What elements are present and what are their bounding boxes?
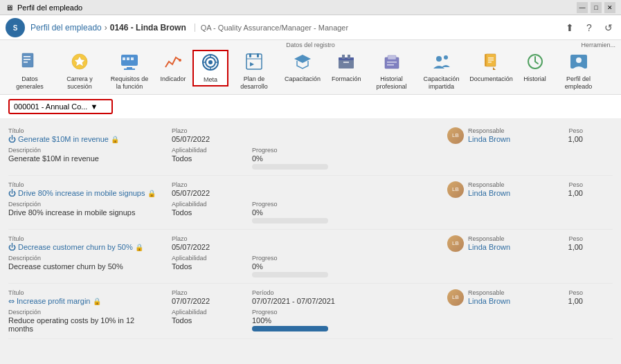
goal-4-desc-col: Descripción Reduce operating costs by 10… <box>8 309 161 333</box>
goal-3-responsible-name[interactable]: Linda Brown <box>468 243 510 251</box>
toolbar-label-historial-prof: Historial profesional <box>372 75 411 91</box>
goal-2-responsible-label: Responsable <box>468 181 510 188</box>
maximize-button[interactable]: □ <box>591 2 602 13</box>
goal-2-progress-value: 0% <box>252 208 342 217</box>
toolbar-item-requisitos[interactable]: Requisitos de la función <box>105 50 154 93</box>
goal-3-progress-desc-col: Progreso 0% <box>252 255 342 277</box>
toolbar-item-formacion[interactable]: Formación <box>327 50 366 85</box>
svg-rect-12 <box>127 67 132 69</box>
goal-2-date-value: 05/07/2022 <box>172 189 241 197</box>
historial-icon <box>525 52 545 74</box>
svg-rect-34 <box>388 55 396 60</box>
goal-4-progress-bar <box>252 326 328 331</box>
goal-3-weight-value: 1,00 <box>548 243 583 251</box>
toolbar-item-historial[interactable]: Historial <box>517 50 553 85</box>
goal-3-responsible-info: Responsable Linda Brown <box>468 235 510 251</box>
goal-3-weight-col: Peso 1,00 <box>548 235 583 251</box>
goal-2-date-col: Plazo 05/07/2022 <box>172 181 241 197</box>
indicador-icon <box>163 52 183 74</box>
goal-4-title-label: Título <box>8 289 161 296</box>
goal-2-responsible-name[interactable]: Linda Brown <box>468 189 510 197</box>
goal-4-exchange-icon: ⇔ <box>8 297 15 305</box>
svg-rect-2 <box>22 53 33 67</box>
breadcrumb-parent[interactable]: Perfil del empleado <box>30 23 102 33</box>
svg-rect-4 <box>24 59 30 60</box>
goal-2-responsible-info: Responsable Linda Brown <box>468 181 510 197</box>
goal-1-desc-col: Descripción Generate $10M in revenue <box>8 147 161 170</box>
goal-4-desc-label: Descripción <box>8 309 161 316</box>
goal-3-progress-value: 0% <box>252 262 342 271</box>
goal-1-weight-value: 1,00 <box>548 135 583 143</box>
window-controls[interactable]: — □ ✕ <box>577 2 615 13</box>
toolbar-item-historial-prof[interactable]: Historial profesional <box>368 50 416 93</box>
goal-4-title-value[interactable]: ⇔ Increase profit margin 🔒 <box>8 297 161 306</box>
toolbar-item-plan[interactable]: ▶ Plan de desarrollo <box>230 50 278 93</box>
goal-1-title-value[interactable]: ⏻ Generate $10M in revenue 🔒 <box>8 135 161 143</box>
toolbar-item-cap-impartida[interactable]: Capacitación impartida <box>417 50 466 93</box>
goal-4-weight-label: Peso <box>548 289 583 296</box>
toolbar-item-carrera[interactable]: Carrera y sucesión <box>55 50 104 93</box>
goal-block-3: Título ⏻ Decrease customer churn by 50% … <box>8 230 613 284</box>
goal-4-progress-fill <box>252 326 328 331</box>
goal-4-desc-value: Reduce operating costs by 10% in 12 mont… <box>8 316 161 333</box>
goal-1-progress-desc-col: Progreso 0% <box>252 147 342 170</box>
goal-3-title-label: Título <box>8 235 161 242</box>
goal-3-progress-bar <box>252 272 328 277</box>
formacion-icon <box>336 52 356 74</box>
breadcrumb-current: 0146 - Linda Brown <box>110 23 186 33</box>
goal-1-title-col: Título ⏻ Generate $10M in revenue 🔒 <box>8 127 161 143</box>
toolbar-item-documentacion[interactable]: Documentación <box>467 50 516 85</box>
toolbar-label-meta: Meta <box>204 76 217 84</box>
selector-value: 000001 - Annual Co... <box>14 102 87 111</box>
svg-rect-43 <box>488 62 492 63</box>
goal-3-desc-label: Descripción <box>8 255 161 262</box>
goal-3-title-value[interactable]: ⏻ Decrease customer churn by 50% 🔒 <box>8 243 161 251</box>
goal-2-progress-desc-col: Progreso 0% <box>252 201 342 224</box>
goal-4-period-col: Período 07/07/2021 - 07/07/2021 <box>252 289 335 305</box>
goal-4-avatar: LB <box>447 289 464 306</box>
toolbar-label-documentacion: Documentación <box>469 75 513 83</box>
toolbar-item-meta[interactable]: Meta <box>192 50 228 87</box>
goal-4-title-col: Título ⇔ Increase profit margin 🔒 <box>8 289 161 306</box>
toolbar-row: Datos generales Carrera y sucesión Requi… <box>6 50 615 93</box>
goal-1-progress-value: 0% <box>252 154 342 163</box>
goal-1-responsible-name[interactable]: Linda Brown <box>468 135 510 143</box>
goal-1-power-icon: ⏻ <box>8 135 16 143</box>
goal-3-weight-label: Peso <box>548 235 583 242</box>
goal-2-title-value[interactable]: ⏻ Drive 80% increase in mobile signups 🔒 <box>8 189 161 197</box>
period-selector[interactable]: 000001 - Annual Co... ▼ <box>8 99 113 114</box>
goal-row-1-top: Título ⏻ Generate $10M in revenue 🔒 Plaz… <box>8 127 613 144</box>
goal-4-period-label: Período <box>252 289 335 296</box>
goal-3-date-label: Plazo <box>172 235 241 242</box>
toolbar-item-indicador[interactable]: Indicador <box>155 50 191 85</box>
collapse-button[interactable]: ⬆ <box>563 21 577 35</box>
toolbar-label-perfil: Perfil del empleado <box>559 75 598 91</box>
help-button[interactable]: ? <box>582 21 596 35</box>
goal-3-responsible-col: LB Responsable Linda Brown <box>447 235 537 252</box>
goal-block-2: Título ⏻ Drive 80% increase in mobile si… <box>8 176 613 230</box>
close-button[interactable]: ✕ <box>604 2 615 13</box>
goal-4-applicability-value: Todos <box>172 316 241 325</box>
toolbar-item-capacitacion[interactable]: Capacitación <box>280 50 325 85</box>
svg-point-47 <box>576 57 582 63</box>
goal-1-applicability-col: Aplicabilidad Todos <box>172 147 241 170</box>
requisitos-icon <box>120 52 139 74</box>
toolbar-item-perfil[interactable]: Perfil del empleado <box>555 50 603 93</box>
goal-1-title-text: Generate $10M in revenue <box>18 135 109 143</box>
breadcrumb-sub: QA - Quality Assurance/Manager - Manager <box>195 24 348 32</box>
goal-3-progress-label: Progreso <box>252 255 342 262</box>
goal-row-4-top: Título ⇔ Increase profit margin 🔒 Plazo … <box>8 289 613 306</box>
goal-1-applicability-value: Todos <box>172 154 241 163</box>
goal-4-responsible-name[interactable]: Linda Brown <box>468 297 510 305</box>
datos-generales-icon <box>20 52 39 74</box>
breadcrumb-separator: › <box>105 23 107 33</box>
goal-2-applicability-col: Aplicabilidad Todos <box>172 201 241 224</box>
refresh-button[interactable]: ↺ <box>602 21 615 35</box>
minimize-button[interactable]: — <box>577 2 588 13</box>
svg-rect-32 <box>343 62 349 63</box>
svg-rect-10 <box>127 57 129 60</box>
toolbar-label-plan: Plan de desarrollo <box>235 75 273 91</box>
app-icon: 🖥 <box>6 3 13 12</box>
toolbar-item-datos-generales[interactable]: Datos generales <box>6 50 54 93</box>
goal-4-desc-row: Descripción Reduce operating costs by 10… <box>8 309 613 333</box>
